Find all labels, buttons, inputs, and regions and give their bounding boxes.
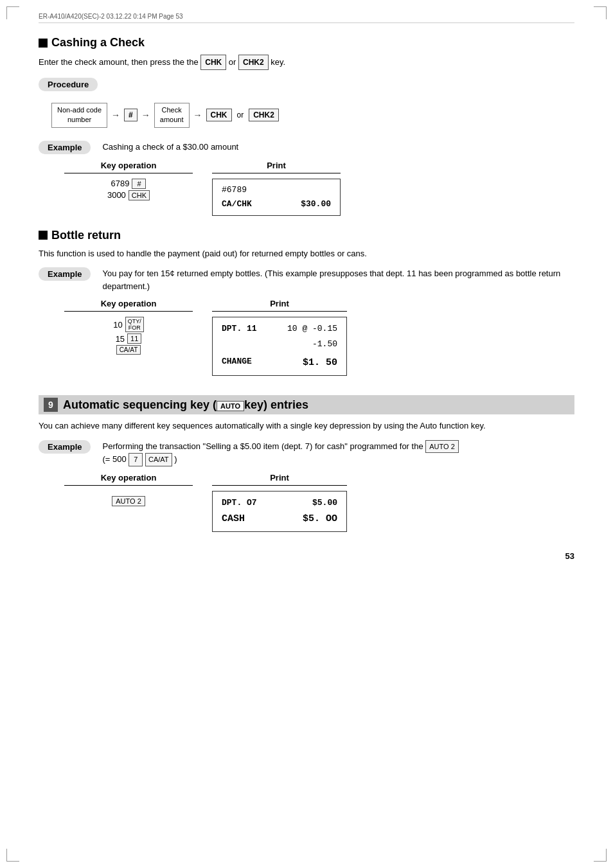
auto-receipt-row2: CASH $5. OO xyxy=(222,510,337,527)
auto-key-op-header: Key operation xyxy=(64,473,193,486)
auto-r1-right: $5.00 xyxy=(312,495,337,510)
seq-key-7: 7 xyxy=(129,453,143,466)
corner-tl xyxy=(6,6,19,19)
hash-key: # xyxy=(132,179,146,189)
chk-key: CHK xyxy=(129,190,150,200)
flow-arrow-3: → xyxy=(193,110,202,120)
bottle-receipt: DPT. 11 10 @ -0.15 -1.50 CHANGE $1. 50 xyxy=(212,317,347,376)
qty-for-key: QTY/FOR xyxy=(125,317,144,332)
bottle-receipt-row1: DPT. 11 10 @ -0.15 xyxy=(222,321,337,336)
receipt-line-1: #6789 xyxy=(222,183,331,197)
corner-bl xyxy=(6,849,19,862)
auto-r2-left: CASH xyxy=(222,510,245,527)
auto-example-label: Example xyxy=(39,440,91,454)
caat-key: CA/AT xyxy=(116,345,141,355)
auto2-key-op: AUTO 2 xyxy=(112,496,145,506)
section-square-icon xyxy=(39,39,48,48)
auto-print-header: Print xyxy=(212,473,347,486)
bottle-return-desc: This function is used to handle the paym… xyxy=(39,247,574,260)
bottle-print-header: Print xyxy=(212,299,347,312)
auto-seq-title-suffix: key) entries xyxy=(244,398,308,411)
bottle-return-section: Bottle return This function is used to h… xyxy=(39,229,574,376)
flow-hash-key: # xyxy=(124,109,138,121)
cashing-example-label: Example xyxy=(39,141,91,154)
cashing-print-col: Print #6789 CA/CHK $30.00 xyxy=(212,161,341,216)
page-header: ER-A410/A420(SEC)-2 03.12.22 0:14 PM Pag… xyxy=(39,13,574,23)
bottle-section-square-icon xyxy=(39,231,48,240)
bottle-print-col: Print DPT. 11 10 @ -0.15 -1.50 CHANGE $1… xyxy=(212,299,347,376)
bottle-r1-right: 10 @ -0.15 xyxy=(287,321,337,336)
cashing-example: Example Cashing a check of a $30.00 amou… xyxy=(39,141,574,154)
auto-receipt: DPT. O7 $5.00 CASH $5. OO xyxy=(212,491,347,532)
auto-seq-title-bar: 9 Automatic sequencing key (AUTOkey) ent… xyxy=(39,395,574,414)
auto-print-col: Print DPT. O7 $5.00 CASH $5. OO xyxy=(212,473,347,532)
auto-seq-number: 9 xyxy=(44,398,58,412)
auto-key-op-col: Key operation AUTO 2 xyxy=(64,473,193,511)
receipt-l2-left: CA/CHK xyxy=(222,197,252,211)
bottle-receipt-row3: CHANGE $1. 50 xyxy=(222,354,337,371)
flow-diagram: Non-add codenumber → # → Checkamount → C… xyxy=(51,103,574,128)
key-op-item-1: 6789 # xyxy=(64,179,193,189)
chk2-key-inline: CHK2 xyxy=(238,55,269,70)
bottle-example-text: You pay for ten 15¢ returned empty bottl… xyxy=(102,267,574,292)
key-op-item-2: 3000 CHK xyxy=(64,190,193,200)
header-text: ER-A410/A420(SEC)-2 03.12.22 0:14 PM Pag… xyxy=(39,13,183,20)
bottle-r2-right: -1.50 xyxy=(312,337,337,351)
auto-seq-desc: You can achieve many different key seque… xyxy=(39,420,574,432)
flow-chk-key: CHK xyxy=(206,109,232,121)
flow-or-text: or xyxy=(237,111,244,120)
cashing-check-desc: Enter the check amount, then press the t… xyxy=(39,55,574,70)
auto2-key-inline: AUTO 2 xyxy=(425,440,459,454)
bottle-key-op-3: CA/AT xyxy=(64,345,193,355)
bottle-receipt-row2: -1.50 xyxy=(222,337,337,351)
bottle-key-op-2: 15 11 xyxy=(64,333,193,344)
dept11-key: 11 xyxy=(127,333,141,344)
bottle-key-op-col: Key operation 10 QTY/FOR 15 11 CA/AT xyxy=(64,299,193,356)
auto-key-op-entries: AUTO 2 xyxy=(64,491,193,511)
key-op-header: Key operation xyxy=(64,161,193,173)
auto-r2-right: $5. OO xyxy=(303,510,337,527)
bottle-r3-right: $1. 50 xyxy=(303,354,337,371)
bottle-example-label: Example xyxy=(39,267,91,281)
corner-br xyxy=(594,849,607,862)
auto-r1-left: DPT. O7 xyxy=(222,495,257,510)
page-number: 53 xyxy=(39,551,574,561)
auto-example-text: Performing the transaction "Selling a $5… xyxy=(102,440,574,466)
cashing-key-op-col: Key operation 6789 # 3000 CHK xyxy=(64,161,193,202)
bottle-return-title: Bottle return xyxy=(39,229,574,242)
auto-seq-section: 9 Automatic sequencing key (AUTOkey) ent… xyxy=(39,395,574,532)
receipt-l1-left: #6789 xyxy=(222,183,247,197)
bottle-r3-left: CHANGE xyxy=(222,354,252,371)
receipt-line-2: CA/CHK $30.00 xyxy=(222,197,331,211)
bottle-r1-left: DPT. 11 xyxy=(222,321,257,336)
cashing-check-section: Cashing a Check Enter the check amount, … xyxy=(39,36,574,216)
bottle-key-op-header: Key operation xyxy=(64,299,193,312)
auto-title-key: AUTO xyxy=(217,401,244,411)
procedure-label-wrapper: Procedure xyxy=(39,78,574,98)
seq-caat-key: CA/AT xyxy=(145,453,172,466)
corner-tr xyxy=(594,6,607,19)
flow-nonadd: Non-add codenumber xyxy=(51,103,107,128)
procedure-label: Procedure xyxy=(39,78,98,91)
auto-seq-title-text: Automatic sequencing key ( xyxy=(63,398,217,411)
chk-key-inline: CHK xyxy=(200,55,226,70)
flow-chk2-key: CHK2 xyxy=(249,109,279,121)
auto-receipt-row1: DPT. O7 $5.00 xyxy=(222,495,337,510)
flow-arrow-1: → xyxy=(111,110,120,120)
bottle-example-row: Example You pay for ten 15¢ returned emp… xyxy=(39,267,574,292)
bottle-key-op-1: 10 QTY/FOR xyxy=(64,317,193,332)
cashing-check-title: Cashing a Check xyxy=(39,36,574,49)
print-header: Print xyxy=(212,161,341,173)
key-op-entries: 6789 # 3000 CHK xyxy=(64,179,193,200)
bottle-key-op-entries: 10 QTY/FOR 15 11 CA/AT xyxy=(64,317,193,355)
cashing-receipt: #6789 CA/CHK $30.00 xyxy=(212,179,341,216)
auto-example-row: Example Performing the transaction "Sell… xyxy=(39,440,574,466)
flow-check-amount: Checkamount xyxy=(154,103,190,128)
receipt-l2-right: $30.00 xyxy=(301,197,331,211)
flow-arrow-2: → xyxy=(141,110,150,120)
cashing-example-text: Cashing a check of a $30.00 amount xyxy=(102,141,574,154)
